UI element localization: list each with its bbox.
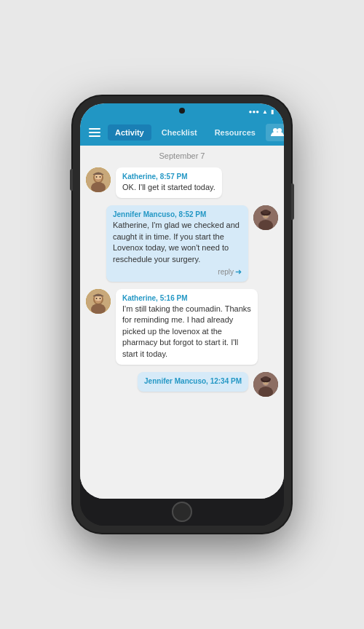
home-button[interactable] xyxy=(172,502,192,522)
reply-button[interactable]: reply ➜ xyxy=(218,267,242,277)
camera-icon xyxy=(179,108,185,114)
nav-bar: Activity Checklist Resources xyxy=(80,119,284,146)
message-group-4: Jennifer Mancuso, 12:34 PM xyxy=(86,372,278,397)
sender-3: Katherine, 5:16 PM xyxy=(122,294,251,302)
messages-area[interactable]: Katherine, 8:57 PM OK. I'll get it start… xyxy=(80,165,284,499)
avatar-jennifer-2 xyxy=(253,205,278,230)
message-group-2: Jennifer Mancuso, 8:52 PM Katherine, I'm… xyxy=(86,205,278,282)
message-bubble-3: Katherine, 5:16 PM I'm still taking the … xyxy=(116,289,258,365)
tab-resources[interactable]: Resources xyxy=(207,124,263,141)
wifi-icon: ▲ xyxy=(262,108,268,115)
tab-checklist[interactable]: Checklist xyxy=(154,124,205,141)
bubble-wrapper-4: Jennifer Mancuso, 12:34 PM xyxy=(138,372,248,392)
status-bar: ●●● ▲ ▮ xyxy=(80,103,284,119)
phone-inner: ●●● ▲ ▮ Activity Checklist Resources xyxy=(80,103,284,526)
reply-label: reply xyxy=(218,268,234,276)
reply-area: reply ➜ xyxy=(113,267,242,277)
phone-screen: ●●● ▲ ▮ Activity Checklist Resources xyxy=(80,103,284,499)
message-bubble-4: Jennifer Mancuso, 12:34 PM xyxy=(138,372,248,392)
bubble-wrapper-3: Katherine, 5:16 PM I'm still taking the … xyxy=(116,289,258,365)
svg-point-7 xyxy=(96,176,98,178)
menu-line-3 xyxy=(89,135,100,137)
battery-icon: ▮ xyxy=(271,108,274,115)
menu-line-2 xyxy=(89,132,100,133)
signal-icon: ●●● xyxy=(249,108,260,115)
sender-1: Katherine, 8:57 PM xyxy=(122,173,215,181)
status-icons: ●●● ▲ ▮ xyxy=(249,108,274,115)
svg-point-15 xyxy=(262,210,269,214)
menu-button[interactable] xyxy=(84,125,105,140)
reply-arrow-icon: ➜ xyxy=(235,267,242,277)
svg-point-22 xyxy=(100,298,101,299)
phone-frame: ●●● ▲ ▮ Activity Checklist Resources xyxy=(73,96,291,533)
message-text-2: Katherine, I'm glad we checked and caugh… xyxy=(113,220,242,265)
date-separator: September 7 xyxy=(80,146,284,165)
bubble-wrapper-1: Katherine, 8:57 PM OK. I'll get it start… xyxy=(116,167,222,198)
message-bubble-2: Jennifer Mancuso, 8:52 PM Katherine, I'm… xyxy=(106,205,248,282)
bottom-area xyxy=(80,499,284,526)
message-text-3: I'm still taking the coumadin. Thanks fo… xyxy=(122,304,251,360)
avatar-katherine-3 xyxy=(86,289,111,314)
message-group-3: Katherine, 5:16 PM I'm still taking the … xyxy=(86,289,278,365)
message-group-1: Katherine, 8:57 PM OK. I'll get it start… xyxy=(86,167,278,198)
svg-point-8 xyxy=(100,176,101,178)
tab-activity[interactable]: Activity xyxy=(108,124,151,141)
sender-4: Jennifer Mancuso, 12:34 PM xyxy=(144,377,242,385)
group-button[interactable] xyxy=(266,124,284,141)
group-icon xyxy=(271,127,284,138)
avatar-katherine-1 xyxy=(86,167,111,192)
bubble-wrapper-2: Jennifer Mancuso, 8:52 PM Katherine, I'm… xyxy=(106,205,248,282)
avatar-jennifer-4 xyxy=(253,372,278,397)
svg-point-29 xyxy=(262,376,269,381)
message-text-1: OK. I'll get it started today. xyxy=(122,182,215,193)
svg-point-21 xyxy=(96,298,98,299)
sender-2: Jennifer Mancuso, 8:52 PM xyxy=(113,210,242,218)
message-bubble-1: Katherine, 8:57 PM OK. I'll get it start… xyxy=(116,167,222,198)
menu-line-1 xyxy=(89,128,100,130)
